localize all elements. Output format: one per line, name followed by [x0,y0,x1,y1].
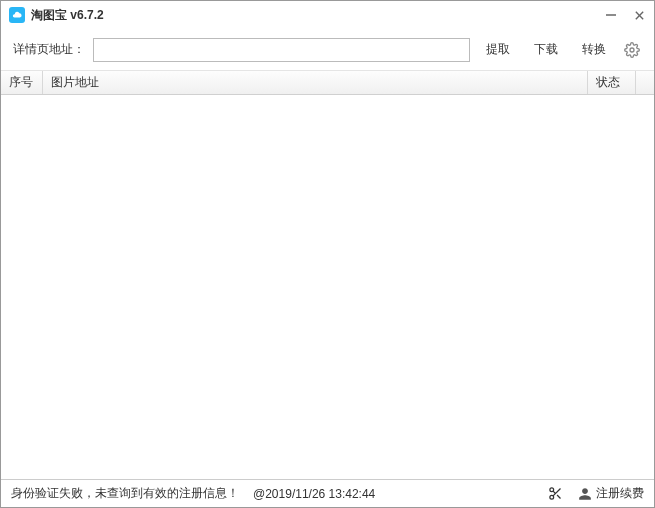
register-button[interactable]: 注册续费 [578,485,644,502]
status-message: 身份验证失败，未查询到有效的注册信息！ [11,485,239,502]
extract-button[interactable]: 提取 [478,37,518,62]
statusbar: 身份验证失败，未查询到有效的注册信息！ @2019/11/26 13:42:44… [1,479,654,507]
status-timestamp: @2019/11/26 13:42:44 [253,487,375,501]
titlebar: 淘图宝 v6.7.2 [1,1,654,29]
close-button[interactable] [632,8,646,22]
column-header-status[interactable]: 状态 [588,71,636,94]
table-header: 序号 图片地址 状态 [1,71,654,95]
minimize-button[interactable] [604,8,618,22]
column-header-url[interactable]: 图片地址 [43,71,588,94]
toolbar: 详情页地址： 提取 下载 转换 [1,29,654,71]
url-label: 详情页地址： [13,41,85,58]
user-icon [578,487,592,501]
register-label: 注册续费 [596,485,644,502]
app-icon [9,7,25,23]
table-container: 序号 图片地址 状态 [1,71,654,479]
download-button[interactable]: 下载 [526,37,566,62]
column-header-index[interactable]: 序号 [1,71,43,94]
app-window: 淘图宝 v6.7.2 详情页地址： 提取 下载 转换 序号 图片地址 状态 [0,0,655,508]
window-controls [604,8,646,22]
convert-button[interactable]: 转换 [574,37,614,62]
table-body [1,95,654,479]
svg-point-5 [549,495,553,499]
column-header-spacer [636,71,654,94]
scissors-button[interactable] [546,485,564,503]
svg-point-3 [630,48,634,52]
url-input[interactable] [93,38,470,62]
svg-line-8 [553,491,555,493]
svg-point-4 [549,488,553,492]
settings-button[interactable] [622,40,642,60]
app-title: 淘图宝 v6.7.2 [31,7,604,24]
svg-line-7 [557,495,560,498]
